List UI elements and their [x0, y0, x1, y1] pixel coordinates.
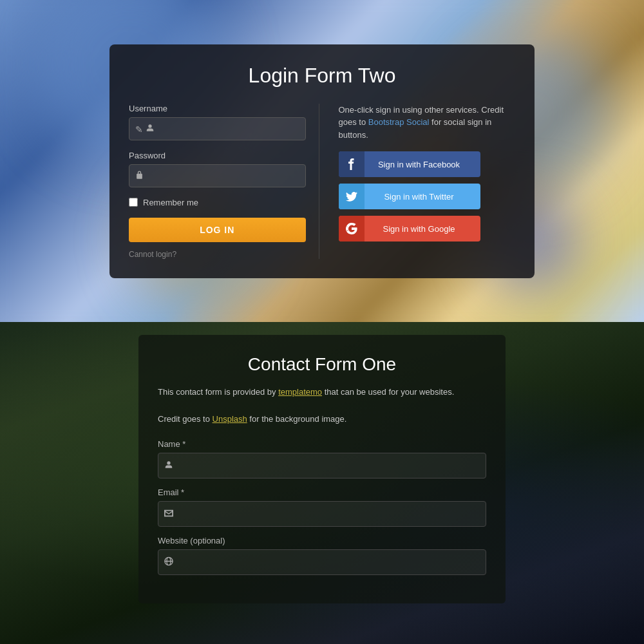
contact-card: Contact Form One This contact form is pr… — [138, 335, 506, 603]
card-body: Username ✎︎ Password — [129, 104, 515, 259]
login-title: Login Form Two — [129, 64, 515, 88]
website-icon — [164, 557, 173, 568]
facebook-signin-label: Sign in with Facebook — [365, 160, 480, 169]
forgot-link[interactable]: Cannot login? — [129, 250, 306, 259]
name-label: Name * — [158, 439, 486, 449]
user-icon: ✎︎ — [135, 123, 155, 134]
remember-row: Remember me — [129, 198, 306, 207]
email-input[interactable] — [158, 501, 486, 527]
bootstrap-social-link[interactable]: Bootstrap Social — [368, 117, 430, 127]
twitter-icon — [339, 184, 365, 209]
contact-desc-text3: Credit goes to — [158, 414, 213, 424]
name-icon — [164, 460, 173, 471]
facebook-signin-button[interactable]: Sign in with Facebook — [339, 151, 480, 177]
website-input[interactable] — [158, 549, 486, 575]
contact-desc-1: This contact form is provided by templat… — [158, 385, 486, 399]
facebook-icon — [339, 151, 365, 177]
name-input[interactable] — [158, 453, 486, 478]
username-label: Username — [129, 104, 306, 113]
login-form-col: Username ✎︎ Password — [129, 104, 319, 259]
unsplash-link[interactable]: Unsplash — [213, 414, 247, 424]
contact-title: Contact Form One — [158, 354, 486, 375]
password-wrapper — [129, 164, 306, 187]
password-input[interactable] — [129, 164, 306, 187]
website-wrapper — [158, 549, 486, 575]
remember-checkbox[interactable] — [129, 198, 138, 207]
lock-icon — [135, 170, 144, 181]
email-label: Email * — [158, 488, 486, 497]
twitter-signin-button[interactable]: Sign in with Twitter — [339, 184, 480, 209]
username-input[interactable] — [129, 117, 306, 140]
password-label: Password — [129, 151, 306, 160]
remember-label: Remember me — [143, 198, 198, 207]
contact-desc-2: Credit goes to Unsplash for the backgrou… — [158, 412, 486, 426]
google-signin-label: Sign in with Google — [365, 224, 480, 234]
twitter-signin-label: Sign in with Twitter — [365, 192, 480, 202]
bottom-section: Contact Form One This contact form is pr… — [0, 322, 644, 644]
social-desc: One-click sign in using other services. … — [339, 104, 516, 142]
name-wrapper — [158, 453, 486, 478]
top-section: Login Form Two Username ✎︎ Password — [0, 0, 644, 322]
contact-desc-text4: for the background image. — [247, 414, 347, 424]
google-signin-button[interactable]: Sign in with Google — [339, 216, 480, 242]
login-card: Login Form Two Username ✎︎ Password — [109, 44, 535, 278]
login-button[interactable]: LOG IN — [129, 218, 306, 242]
contact-desc-text2: that can be used for your websites. — [322, 387, 454, 397]
email-wrapper — [158, 501, 486, 527]
social-col: One-click sign in using other services. … — [332, 104, 516, 259]
google-icon — [339, 216, 365, 242]
contact-desc-text1: This contact form is provided by — [158, 387, 278, 397]
templatemo-link[interactable]: templatemo — [278, 387, 322, 397]
website-label: Website (optional) — [158, 536, 486, 545]
email-icon — [164, 509, 173, 519]
username-wrapper: ✎︎ — [129, 117, 306, 140]
